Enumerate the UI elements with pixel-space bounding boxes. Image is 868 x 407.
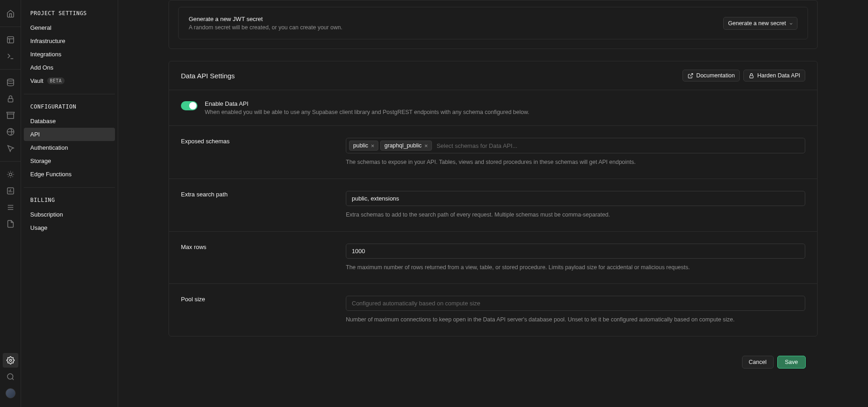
extra-search-path-input[interactable] [346,191,805,206]
group-heading-billing: BILLING [24,194,115,208]
documentation-button[interactable]: Documentation [682,70,740,81]
jwt-card: Generate a new JWT secret A random secre… [169,0,818,49]
database-icon[interactable] [3,75,18,90]
rail-divider [0,161,21,162]
exposed-schemas-input[interactable]: public × graphql_public × Select schemas… [346,138,805,153]
rail-group-insights [0,164,21,234]
schema-tag-public: public × [349,141,378,151]
pool-size-label: Pool size [181,296,328,303]
sidebar-item-add-ons[interactable]: Add Ons [24,61,115,74]
form-input-col: The maximum number of rows returned from… [346,244,805,272]
sidebar-item-label: Add Ons [30,64,54,71]
data-api-title: Data API Settings [181,72,235,80]
exposed-schemas-row: Exposed schemas public × graphql_public … [169,126,817,179]
data-api-card: Data API Settings Documentation Harden D… [169,61,818,336]
form-input-col: Number of maximum connections to keep op… [346,296,805,324]
sidebar-divider [24,94,115,94]
max-rows-input[interactable] [346,244,805,259]
settings-icon[interactable] [3,353,18,368]
enable-labels: Enable Data API When enabled you will be… [205,100,530,115]
advisors-icon[interactable] [3,167,18,182]
reports-icon[interactable] [3,184,18,198]
exposed-schemas-helper: The schemas to expose in your API. Table… [346,158,805,167]
form-footer: Cancel Save [169,348,818,369]
sidebar-item-vault[interactable]: Vault BETA [24,74,115,87]
form-label-col: Extra search path [181,191,328,219]
header-actions: Documentation Harden Data API [682,70,805,81]
tag-label: public [353,142,368,149]
form-label-col: Max rows [181,244,328,272]
svg-point-7 [9,173,12,176]
cancel-button[interactable]: Cancel [742,356,774,369]
sidebar-item-database[interactable]: Database [24,114,115,128]
sidebar-item-edge-functions[interactable]: Edge Functions [24,168,115,181]
sql-editor-icon[interactable] [3,49,18,64]
enable-data-api-row: Enable Data API When enabled you will be… [169,90,817,126]
sidebar-item-label: Vault [30,77,44,84]
sidebar-item-label: Database [30,118,56,125]
edge-functions-icon[interactable] [3,125,18,139]
sidebar-item-label: Subscription [30,211,63,218]
sidebar-item-api[interactable]: API [24,128,115,141]
enable-data-api-toggle[interactable] [181,101,197,110]
sidebar-item-integrations[interactable]: Integrations [24,48,115,61]
sidebar-item-label: Integrations [30,51,61,58]
sidebar-item-subscription[interactable]: Subscription [24,208,115,221]
save-button[interactable]: Save [777,356,806,369]
chevron-down-icon [789,22,792,25]
svg-line-18 [690,73,693,76]
lock-icon [748,73,754,79]
realtime-icon[interactable] [3,141,18,156]
max-rows-label: Max rows [181,244,328,250]
search-icon[interactable] [3,369,18,384]
group-heading-project: PROJECT SETTINGS [24,7,115,21]
icon-rail [0,0,21,407]
main-content: Generate a new JWT secret A random secre… [118,0,868,407]
sidebar-item-usage[interactable]: Usage [24,221,115,234]
external-link-icon [688,73,693,79]
tag-placeholder: Select schemas for Data API... [434,142,517,149]
rail-group-products [0,72,21,158]
sidebar-divider [24,187,115,188]
enable-title: Enable Data API [205,100,530,107]
svg-rect-0 [7,37,14,43]
svg-rect-5 [8,98,13,102]
remove-tag-icon[interactable]: × [371,143,375,149]
rail-group-top [0,4,21,24]
harden-api-button[interactable]: Harden Data API [743,70,805,81]
toggle-knob [189,102,197,109]
rail-group-editors [0,30,21,66]
pool-size-helper: Number of maximum connections to keep op… [346,315,805,324]
sidebar-item-label: General [30,24,51,31]
form-input-col: Extra schemas to add to the search path … [346,191,805,219]
sidebar-item-general[interactable]: General [24,21,115,34]
group-heading-configuration: CONFIGURATION [24,101,115,114]
auth-icon[interactable] [3,92,18,106]
svg-point-15 [9,359,11,362]
storage-icon[interactable] [3,108,18,123]
data-api-header: Data API Settings Documentation Harden D… [169,61,817,90]
extra-search-path-label: Extra search path [181,191,328,198]
sidebar-item-storage[interactable]: Storage [24,154,115,168]
tag-label: graphql_public [384,142,421,149]
jwt-desc: A random secret will be created, or you … [189,24,343,31]
sidebar-item-label: API [30,131,40,138]
sidebar-item-authentication[interactable]: Authentication [24,141,115,154]
pool-size-input[interactable] [346,296,805,311]
generate-secret-button[interactable]: Generate a new secret [723,17,797,30]
api-docs-icon[interactable] [3,217,18,231]
table-editor-icon[interactable] [3,33,18,47]
rail-divider [0,27,21,27]
remove-tag-icon[interactable]: × [425,143,428,149]
jwt-texts: Generate a new JWT secret A random secre… [189,16,343,31]
user-avatar[interactable] [3,386,18,401]
button-label: Documentation [696,72,735,79]
sidebar-item-label: Storage [30,157,51,164]
extra-search-path-helper: Extra schemas to add to the search path … [346,211,805,219]
sidebar-item-infrastructure[interactable]: Infrastructure [24,34,115,48]
home-icon[interactable] [3,6,18,21]
form-input-col: public × graphql_public × Select schemas… [346,138,805,167]
schema-tag-graphql-public: graphql_public × [380,141,432,151]
svg-line-17 [12,378,13,380]
logs-icon[interactable] [3,200,18,215]
